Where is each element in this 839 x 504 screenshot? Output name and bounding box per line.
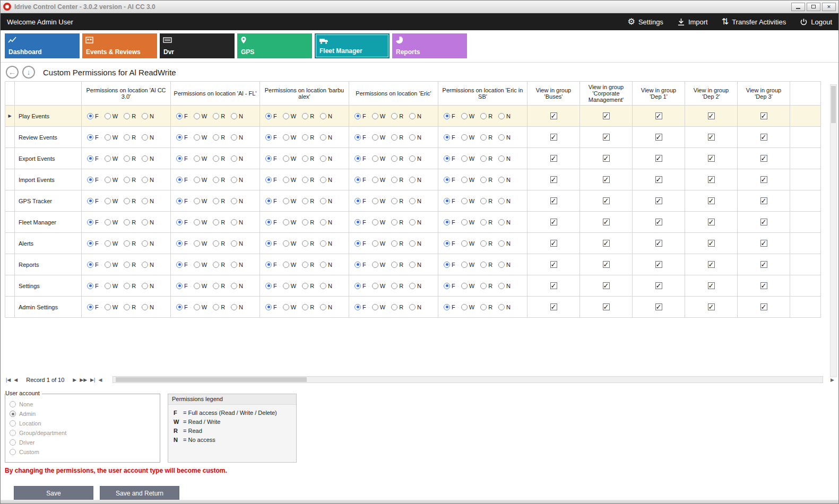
group-checkbox[interactable]: ✓ — [708, 282, 715, 289]
permission-radio-N[interactable]: N — [409, 155, 421, 162]
permission-radio-R[interactable]: R — [124, 155, 136, 162]
permission-radio-R[interactable]: R — [391, 304, 403, 310]
group-checkbox[interactable]: ✓ — [760, 155, 767, 162]
permission-radio-N[interactable]: N — [320, 155, 332, 162]
permission-radio-N[interactable]: N — [231, 262, 243, 268]
group-checkbox[interactable]: ✓ — [708, 261, 715, 268]
permission-radio-R[interactable]: R — [124, 219, 136, 225]
permission-radio-N[interactable]: N — [320, 198, 332, 204]
permission-radio-R[interactable]: R — [391, 240, 403, 247]
permission-radio-F[interactable]: F — [176, 177, 188, 183]
permission-radio-R[interactable]: R — [480, 283, 492, 289]
permission-radio-W[interactable]: W — [461, 219, 474, 225]
permission-radio-R[interactable]: R — [124, 113, 136, 119]
tab-events-reviews[interactable]: Events & Reviews — [82, 33, 157, 58]
tab-reports[interactable]: Reports — [392, 33, 467, 58]
permission-radio-R[interactable]: R — [302, 134, 314, 141]
permission-radio-F[interactable]: F — [354, 219, 366, 225]
transfer-activities-button[interactable]: ⇅ Transfer Activities — [722, 18, 786, 26]
permission-radio-W[interactable]: W — [372, 283, 385, 289]
permission-radio-F[interactable]: F — [265, 134, 277, 141]
tab-dashboard[interactable]: Dashboard — [5, 33, 80, 58]
group-checkbox[interactable]: ✓ — [550, 303, 557, 310]
group-checkbox[interactable]: ✓ — [708, 219, 715, 225]
permission-radio-F[interactable]: F — [265, 262, 277, 268]
permission-radio-W[interactable]: W — [372, 155, 385, 162]
permission-radio-R[interactable]: R — [391, 219, 403, 225]
permission-radio-R[interactable]: R — [213, 198, 225, 204]
permission-radio-N[interactable]: N — [320, 134, 332, 141]
permission-radio-W[interactable]: W — [283, 177, 296, 183]
permission-radio-F[interactable]: F — [176, 155, 188, 162]
permission-radio-R[interactable]: R — [213, 177, 225, 183]
permission-radio-N[interactable]: N — [409, 283, 421, 289]
permission-radio-W[interactable]: W — [194, 155, 207, 162]
group-checkbox[interactable]: ✓ — [603, 155, 610, 162]
permission-radio-W[interactable]: W — [105, 262, 118, 268]
permission-radio-F[interactable]: F — [444, 134, 455, 141]
permission-radio-F[interactable]: F — [176, 262, 188, 268]
permission-radio-N[interactable]: N — [231, 283, 243, 289]
permission-radio-R[interactable]: R — [480, 262, 492, 268]
permission-radio-W[interactable]: W — [194, 262, 207, 268]
permission-radio-F[interactable]: F — [176, 240, 188, 247]
hscroll-right-arrow[interactable]: ▶ — [831, 377, 834, 383]
permission-radio-F[interactable]: F — [444, 304, 455, 310]
permission-radio-F[interactable]: F — [444, 113, 455, 119]
permission-radio-W[interactable]: W — [461, 262, 474, 268]
permission-radio-R[interactable]: R — [213, 240, 225, 247]
account-radio-driver[interactable]: Driver — [10, 438, 155, 447]
maximize-button[interactable] — [807, 3, 820, 11]
group-checkbox[interactable]: ✓ — [550, 197, 557, 204]
group-checkbox[interactable]: ✓ — [550, 282, 557, 289]
group-checkbox[interactable]: ✓ — [655, 176, 662, 183]
permission-radio-F[interactable]: F — [265, 304, 277, 310]
nav-next-page-button[interactable]: ▶▶ — [80, 377, 87, 383]
permission-radio-N[interactable]: N — [320, 262, 332, 268]
close-button[interactable]: ✕ — [822, 3, 836, 11]
minimize-button[interactable] — [791, 3, 805, 11]
permission-radio-W[interactable]: W — [283, 283, 296, 289]
group-checkbox[interactable]: ✓ — [760, 197, 767, 204]
permission-radio-N[interactable]: N — [498, 240, 511, 247]
group-checkbox[interactable]: ✓ — [708, 134, 715, 141]
permission-radio-N[interactable]: N — [409, 262, 421, 268]
tab-dvr[interactable]: Dvr — [160, 33, 235, 58]
permission-radio-N[interactable]: N — [231, 198, 243, 204]
permission-radio-W[interactable]: W — [194, 304, 207, 310]
account-radio-custom[interactable]: Custom — [10, 447, 155, 457]
permission-radio-W[interactable]: W — [372, 219, 385, 225]
permission-radio-F[interactable]: F — [176, 113, 188, 119]
permission-radio-N[interactable]: N — [498, 219, 511, 225]
permission-radio-F[interactable]: F — [354, 155, 366, 162]
group-checkbox[interactable]: ✓ — [655, 219, 662, 225]
permission-radio-R[interactable]: R — [391, 177, 403, 183]
permission-radio-N[interactable]: N — [409, 177, 421, 183]
permission-radio-W[interactable]: W — [105, 177, 118, 183]
permission-radio-N[interactable]: N — [320, 240, 332, 247]
permission-radio-N[interactable]: N — [231, 304, 243, 310]
group-checkbox[interactable]: ✓ — [708, 112, 715, 119]
permission-radio-N[interactable]: N — [142, 113, 154, 119]
permission-radio-N[interactable]: N — [498, 113, 511, 119]
permission-radio-W[interactable]: W — [105, 113, 118, 119]
permission-radio-W[interactable]: W — [372, 240, 385, 247]
nav-next-button[interactable]: ▶ — [73, 377, 76, 383]
permission-radio-W[interactable]: W — [461, 134, 474, 141]
permission-radio-W[interactable]: W — [461, 155, 474, 162]
permission-radio-F[interactable]: F — [87, 155, 99, 162]
permission-radio-F[interactable]: F — [444, 262, 455, 268]
permission-radio-F[interactable]: F — [265, 198, 277, 204]
group-checkbox[interactable]: ✓ — [603, 134, 610, 141]
permission-radio-W[interactable]: W — [105, 134, 118, 141]
permission-radio-F[interactable]: F — [87, 113, 99, 119]
permission-radio-R[interactable]: R — [391, 283, 403, 289]
group-checkbox[interactable]: ✓ — [708, 303, 715, 310]
permission-radio-W[interactable]: W — [283, 198, 296, 204]
group-checkbox[interactable]: ✓ — [603, 303, 610, 310]
account-radio-group-department[interactable]: Group/department — [10, 428, 155, 438]
import-button[interactable]: Import — [677, 18, 708, 26]
permission-radio-R[interactable]: R — [480, 219, 492, 225]
permission-radio-R[interactable]: R — [302, 283, 314, 289]
group-checkbox[interactable]: ✓ — [655, 134, 662, 141]
